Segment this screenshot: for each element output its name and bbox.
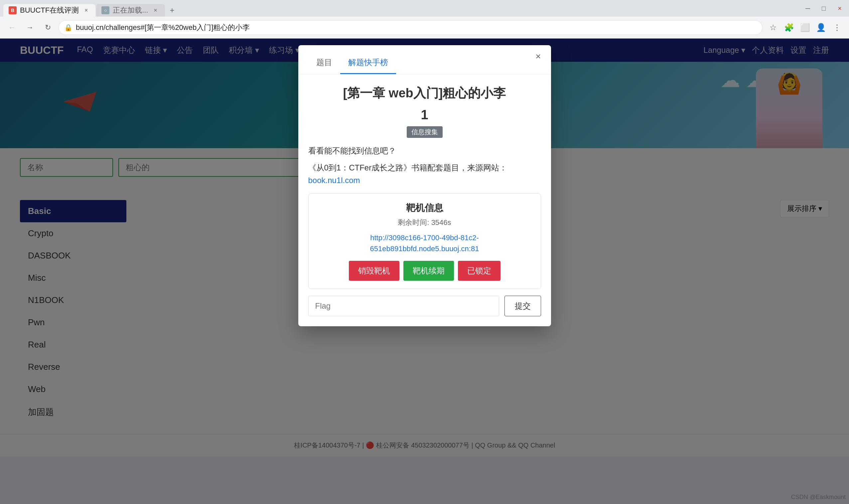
- star-button[interactable]: ☆: [766, 20, 780, 35]
- tab-close-2[interactable]: ×: [152, 6, 160, 14]
- maximize-button[interactable]: □: [818, 4, 830, 13]
- extensions-button[interactable]: 🧩: [782, 20, 796, 35]
- modal-tag: 信息搜集: [308, 126, 541, 138]
- tag-badge: 信息搜集: [407, 126, 443, 138]
- modal-desc-line1: 看看能不能找到信息吧？: [308, 145, 541, 157]
- lock-machine-button[interactable]: 已锁定: [458, 261, 501, 281]
- browser-frame: B BUUCTF在线评测 × ○ 正在加载... × + ─ □ × ← → ↻…: [0, 0, 849, 504]
- tab-container: B BUUCTF在线评测 × ○ 正在加载... × +: [3, 0, 179, 17]
- modal-close-button[interactable]: ×: [533, 51, 544, 62]
- website-content: BUUCTF FAQ 竞赛中心 链接 ▾ 公告 团队 积分墙 ▾ 练习场 ▾ L…: [0, 38, 849, 504]
- flag-submit-button[interactable]: 提交: [504, 296, 541, 316]
- modal-points: 1: [308, 107, 541, 122]
- back-button[interactable]: ←: [5, 20, 19, 35]
- flag-input[interactable]: [308, 296, 499, 316]
- modal-title: [第一章 web入门]粗心的小李: [308, 84, 541, 102]
- toolbar-actions: ☆ 🧩 ⬜ 👤 ⋮: [766, 20, 844, 35]
- modal-body: [第一章 web入门]粗心的小李 1 信息搜集 看看能不能找到信息吧？ 《从0到…: [298, 74, 551, 326]
- window-controls: ─ □ ×: [802, 4, 846, 13]
- forward-button[interactable]: →: [23, 20, 37, 35]
- tab-buuctf[interactable]: B BUUCTF在线评测 ×: [3, 4, 96, 17]
- tab-title-2: 正在加载...: [113, 5, 148, 15]
- flag-area: 提交: [308, 296, 541, 316]
- tab-favicon-2: ○: [101, 6, 109, 14]
- cast-button[interactable]: ⬜: [798, 20, 812, 35]
- tab-favicon-1: B: [8, 6, 17, 14]
- machine-time: 剩余时间: 3546s: [316, 218, 533, 228]
- new-tab-button[interactable]: +: [166, 4, 179, 17]
- browser-titlebar: B BUUCTF在线评测 × ○ 正在加载... × + ─ □ ×: [0, 0, 849, 17]
- address-text: buuoj.cn/challenges#[第一章%20web入门]粗心的小李: [76, 23, 757, 33]
- machine-url-link[interactable]: http://3098c166-1700-49bd-81c2-651eb891b…: [316, 232, 533, 254]
- modal-header: 题目 解题快手榜 ×: [298, 45, 551, 74]
- machine-actions: 销毁靶机 靶机续期 已锁定: [316, 261, 533, 281]
- menu-button[interactable]: ⋮: [830, 20, 844, 35]
- browser-toolbar: ← → ↻ 🔒 buuoj.cn/challenges#[第一章%20web入门…: [0, 17, 849, 38]
- tab-close-1[interactable]: ×: [82, 6, 90, 14]
- destroy-machine-button[interactable]: 销毁靶机: [349, 261, 399, 281]
- lock-icon: 🔒: [64, 23, 72, 32]
- tab-loading[interactable]: ○ 正在加载... ×: [96, 4, 164, 17]
- close-button[interactable]: ×: [834, 4, 846, 13]
- modal-tab-problem[interactable]: 题目: [308, 52, 340, 74]
- machine-info-box: 靶机信息 剩余时间: 3546s http://3098c166-1700-49…: [308, 193, 541, 289]
- refresh-button[interactable]: ↻: [40, 20, 55, 35]
- minimize-button[interactable]: ─: [802, 4, 814, 13]
- tab-title-1: BUUCTF在线评测: [20, 5, 79, 15]
- modal-desc-link[interactable]: book.nu1l.com: [308, 176, 360, 185]
- challenge-modal: 题目 解题快手榜 × [第一章 web入门]粗心的小李 1 信息搜集: [298, 45, 551, 326]
- modal-overlay[interactable]: 题目 解题快手榜 × [第一章 web入门]粗心的小李 1 信息搜集: [0, 38, 849, 504]
- watermark: CSDN @Easkmount: [791, 494, 846, 501]
- extend-machine-button[interactable]: 靶机续期: [403, 261, 454, 281]
- modal-tab-solutions[interactable]: 解题快手榜: [340, 52, 396, 74]
- address-bar[interactable]: 🔒 buuoj.cn/challenges#[第一章%20web入门]粗心的小李: [58, 20, 763, 35]
- profile-button[interactable]: 👤: [814, 20, 828, 35]
- machine-box-title: 靶机信息: [316, 202, 533, 214]
- modal-desc-line2: 《从0到1：CTFer成长之路》书籍配套题目，来源网站： book.nu1l.c…: [308, 161, 541, 187]
